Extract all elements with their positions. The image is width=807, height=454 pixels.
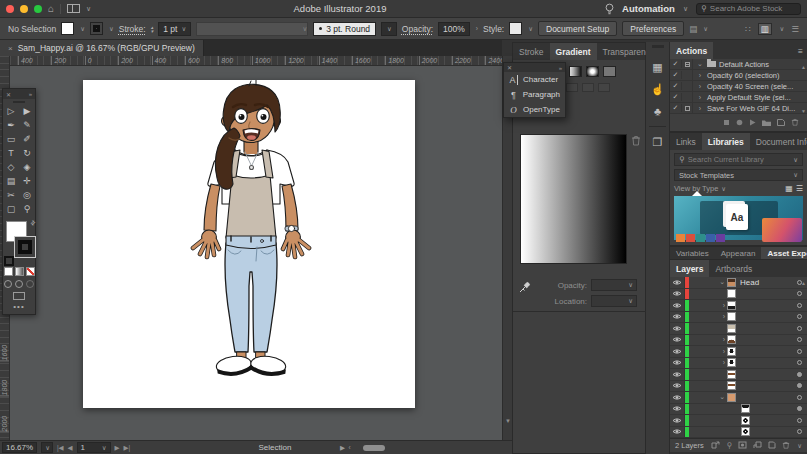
layer-row[interactable] [670,369,807,381]
layer-row[interactable] [670,415,807,427]
action-row[interactable]: ✓ Apply Default Style (sel... [670,92,807,103]
color-button[interactable] [4,267,13,276]
chevron-down-icon[interactable]: ∨ [780,25,785,33]
panel-tab[interactable]: Libraries [702,133,750,150]
layer-target-circle[interactable] [791,326,807,331]
panel-menu-icon[interactable]: ≡ [794,42,807,59]
toggle-item-check[interactable]: ✓ [670,93,682,101]
layer-thumbnail[interactable] [727,324,736,333]
next-artboard-icon[interactable]: ▶ [115,444,120,452]
action-row[interactable]: ✓ Opacity 60 (selection) [670,70,807,81]
locate-object-icon[interactable]: ⚲ [726,441,732,450]
type-palette-item[interactable]: O OpenType [504,102,565,117]
artboard[interactable] [83,80,415,408]
list-view-icon[interactable]: ☰ [796,184,803,193]
layer-thumbnail[interactable] [727,335,736,344]
type-palette-item[interactable]: ¶ Paragraph [504,87,565,102]
minimize-window-button[interactable] [20,5,28,13]
expand-chevron-icon[interactable] [693,393,727,401]
chevron-down-icon[interactable]: ∨ [80,25,85,33]
layer-target-circle[interactable] [791,383,807,388]
new-layer-icon[interactable] [768,441,776,449]
panel-tab[interactable]: Appearan [715,247,762,259]
stroke-panel-link[interactable]: Stroke: [119,24,146,34]
visibility-eye-icon[interactable] [670,358,685,369]
layer-row[interactable] [670,358,807,370]
default-fill-stroke-icon[interactable] [4,256,12,264]
arrange-documents-icon[interactable]: ▤ [689,24,697,34]
visibility-eye-icon[interactable] [670,312,685,323]
visibility-eye-icon[interactable] [670,381,685,392]
panel-tab[interactable]: Artboards [709,260,758,277]
layer-thumbnail[interactable] [727,289,736,298]
artboard-number-field[interactable]: 1 ∨ [77,442,111,453]
tool-button[interactable]: ▶ [19,104,35,118]
panel-tab[interactable]: Links [670,133,702,150]
library-item-thumbnail[interactable]: Aa [674,196,803,240]
layer-target-circle[interactable] [791,406,807,411]
symbols-icon[interactable]: ♣ [646,100,669,122]
visibility-eye-icon[interactable] [670,404,685,415]
gradient-button[interactable] [15,267,24,276]
layer-thumbnail[interactable] [727,347,736,356]
magic-hand-icon[interactable]: ☝ [646,78,669,100]
new-set-folder-icon[interactable] [762,119,771,126]
opacity-dropdown[interactable]: ∨ [591,279,637,291]
action-row[interactable]: ✓ Save For Web GIF 64 Di... [670,103,807,114]
layer-thumbnail[interactable] [727,358,736,367]
layer-row[interactable] [670,300,807,312]
tool-button[interactable]: ✂ [3,188,19,202]
scroll-down-icon[interactable]: ∨ [797,442,802,450]
layer-name[interactable]: Head [740,278,791,287]
stroke-weight-stepper[interactable]: ▴▾ [151,25,154,33]
layer-target-circle[interactable] [791,372,807,377]
grid-view-icon[interactable]: ▦ [785,184,793,193]
layer-target-circle[interactable] [791,360,807,365]
visibility-eye-icon[interactable] [670,277,685,288]
layer-thumbnail[interactable] [727,278,736,287]
layer-thumbnail[interactable] [727,393,736,402]
expand-chevron-icon[interactable] [693,105,707,112]
tool-button[interactable]: ✐ [19,132,35,146]
panel-layout-icon[interactable]: ▥ [758,23,772,35]
dialog-toggle-box[interactable] [682,103,693,113]
stroke-color-swatch[interactable] [90,22,103,35]
tool-button[interactable]: ▢ [3,202,19,216]
toggle-item-check[interactable]: ✓ [670,82,682,90]
first-artboard-icon[interactable]: |◀ [57,444,64,452]
close-panel-icon[interactable]: ✕ [6,91,11,98]
scroll-up-icon[interactable]: ▲ [801,64,806,70]
collapse-panel-icon[interactable]: » [29,91,32,97]
expand-chevron-icon[interactable] [693,94,707,101]
preferences-button[interactable]: Preferences [622,21,684,36]
layer-target-circle[interactable] [791,429,807,434]
toggle-item-check[interactable]: ✓ [670,104,682,112]
layer-thumbnail[interactable] [727,301,736,310]
last-artboard-icon[interactable]: ▶| [124,444,131,452]
actions-tab[interactable]: Actions [670,42,713,59]
none-button[interactable] [26,267,35,276]
library-collection-dropdown[interactable]: Stock Templates ∨ [674,169,803,181]
layer-target-circle[interactable] [791,314,807,319]
visibility-eye-icon[interactable] [670,335,685,346]
chevron-down-icon[interactable]: ∨ [528,25,533,33]
draw-inside-button[interactable] [26,280,34,288]
panel-grip[interactable] [652,45,664,48]
library-search-input[interactable] [688,155,774,164]
layer-thumbnail[interactable] [741,427,750,436]
draw-normal-button[interactable] [4,280,12,288]
visibility-eye-icon[interactable] [670,323,685,334]
expand-chevron-icon[interactable] [693,336,727,343]
opacity-field[interactable]: 100% [438,22,470,36]
panel-tab[interactable]: Asset Export [761,247,807,259]
prev-artboard-icon[interactable]: ◀ [68,444,73,452]
layer-target-circle[interactable] [791,303,807,308]
layer-target-circle[interactable] [791,337,807,342]
tool-button[interactable]: ◇ [3,160,19,174]
tool-button[interactable]: ✒ [3,118,19,132]
chevron-down-icon[interactable]: ∨ [683,5,688,13]
home-icon[interactable]: ⌂ [48,4,54,14]
library-search[interactable]: ⚲ ∨ [674,153,803,166]
tool-button[interactable]: ▭ [3,132,19,146]
layer-target-circle[interactable] [791,291,807,296]
